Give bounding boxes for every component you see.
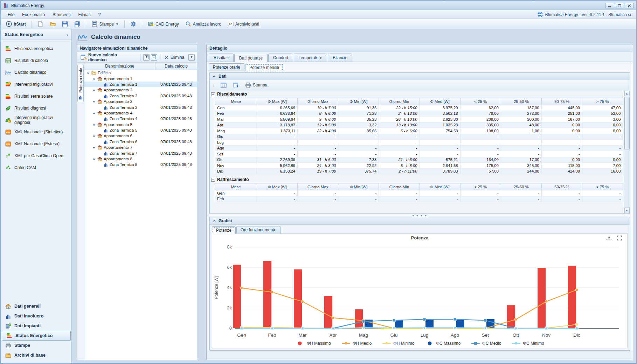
- chart-tab-ore-funzionamento[interactable]: Ore funzionamento: [236, 226, 281, 233]
- expand-all-button[interactable]: [143, 54, 150, 61]
- tree-expander-icon[interactable]: [92, 134, 96, 138]
- legend-item--c-massimo[interactable]: ΦC Massimo: [425, 341, 461, 346]
- table-row[interactable]: Ott2.269,3931 - h 6:007,3321 - h 3:00875…: [215, 157, 623, 163]
- tab-temperature[interactable]: Temperature: [294, 54, 327, 62]
- stampe-button[interactable]: W Stampe ▼: [90, 20, 121, 28]
- column-header[interactable]: Giorno Max: [298, 98, 338, 105]
- cad-energy-button[interactable]: CAD Energy: [146, 20, 181, 28]
- fullscreen-icon[interactable]: [617, 235, 622, 241]
- column-header[interactable]: > 75 %: [582, 98, 623, 105]
- tab-risultati[interactable]: Risultati: [209, 54, 234, 62]
- column-header[interactable]: > 75 %: [582, 183, 623, 190]
- legend-item--h-medio[interactable]: ΦH Medio: [341, 341, 372, 346]
- dati-vertical-scrollbar[interactable]: ▲ ▼: [624, 90, 630, 214]
- table-row[interactable]: Gen6.265,6919 - h 7:0091,3622 - h 15:003…: [215, 105, 623, 111]
- sidebar-item-risultati-serra-solare[interactable]: Risultati serra solare: [1, 90, 71, 102]
- tab-bilancio[interactable]: Bilancio: [328, 54, 352, 62]
- tree-row-appartamento-6[interactable]: Appartamento 6: [84, 133, 197, 139]
- sidebar-collapse-button[interactable]: ‹: [67, 32, 68, 37]
- table-row[interactable]: Gen---------: [215, 190, 623, 196]
- tree-row-zona-termica-5[interactable]: Zona Termica 507/01/2025 09:43: [84, 127, 197, 133]
- tree-row-appartamento-7[interactable]: Appartamento 7: [84, 145, 197, 150]
- sidebar-item-risultati-di-calcolo[interactable]: Risultati di calcolo: [1, 55, 71, 66]
- save-all-button[interactable]: [72, 20, 82, 28]
- column-header[interactable]: < 25 %: [460, 183, 501, 190]
- column-header[interactable]: Φ Min [W]: [338, 98, 379, 105]
- subtab-potenze-mensili[interactable]: Potenze mensili: [245, 64, 283, 71]
- column-header[interactable]: 25-50 %: [501, 183, 541, 190]
- column-header[interactable]: Φ Med [W]: [420, 98, 460, 105]
- table-row[interactable]: Giu---------: [215, 134, 623, 140]
- column-header[interactable]: Φ Min [W]: [338, 183, 379, 190]
- navigator-more-button[interactable]: ▼: [188, 54, 195, 61]
- sidebar-item-xml-nazionale-esteso-[interactable]: XMLXML Nazionale (Esteso): [1, 138, 71, 150]
- collapse-up-icon[interactable]: [213, 220, 216, 222]
- menu-item-filmati[interactable]: Filmati: [75, 11, 94, 18]
- sidebar-item-xml-nazionale-sintetico-[interactable]: XMLXML Nazionale (Sintetico): [1, 126, 71, 138]
- tree-row-edificio[interactable]: Edificio: [84, 70, 197, 76]
- delete-button[interactable]: Elimina: [163, 54, 186, 61]
- maximize-button[interactable]: [615, 3, 624, 8]
- sidebar-item-dati-involucro[interactable]: Dati Involucro: [1, 311, 71, 321]
- tree-row-zona-termica-3[interactable]: Zona Termica 307/01/2025 09:43: [84, 104, 197, 110]
- minimize-button[interactable]: [605, 3, 614, 8]
- tree-row-appartamento-8[interactable]: Appartamento 8: [84, 156, 197, 162]
- sidebar-item-interventi-migliorativi[interactable]: Interventi migliorativi: [1, 78, 71, 90]
- sidebar-item-criteri-cam[interactable]: Criteri CAM: [1, 162, 71, 174]
- scrollbar-thumb[interactable]: [624, 97, 630, 149]
- export-button[interactable]: [231, 82, 240, 89]
- column-header[interactable]: Giorno Min: [379, 183, 420, 190]
- section-collapse-icon[interactable]: −: [211, 178, 215, 182]
- table-row[interactable]: Feb---------: [215, 196, 623, 202]
- table-row[interactable]: Ago---------: [215, 145, 623, 151]
- subtab-potenze-orarie[interactable]: Potenze orarie: [209, 63, 244, 71]
- table-row[interactable]: Dic6.158,2419 - h 7:00375,742 - h 11:003…: [215, 168, 623, 174]
- column-header[interactable]: 25-50 %: [501, 98, 541, 105]
- sidebar-item-efficienza-energetica[interactable]: Efficienza energetica: [1, 43, 71, 55]
- column-header[interactable]: < 25 %: [460, 98, 501, 105]
- sidebar-item-dati-impianti[interactable]: Dati Impianti: [1, 321, 71, 331]
- tab-dati-potenze[interactable]: Dati potenze: [234, 54, 268, 62]
- column-header[interactable]: Φ Med [W]: [420, 183, 460, 190]
- tree-expander-icon[interactable]: [86, 71, 90, 75]
- legend-item--h-minimo[interactable]: ΦH Minimo: [382, 341, 414, 346]
- tree-expander-icon[interactable]: [92, 77, 96, 80]
- table-row[interactable]: Mag1.873,1122 - h 4:0035,666 - h 6:00754…: [215, 128, 623, 134]
- new-file-button[interactable]: [35, 20, 46, 28]
- table-row[interactable]: Feb6.638,648 - h 6:0071,282 - h 13:003.5…: [215, 111, 623, 117]
- section-collapse-icon[interactable]: −: [211, 92, 215, 96]
- tree-row-zona-termica-4[interactable]: Zona Termica 407/01/2025 09:43: [84, 116, 197, 121]
- column-header[interactable]: 50-75 %: [541, 183, 582, 190]
- column-header[interactable]: Φ Max [W]: [257, 183, 298, 190]
- menu-item-?[interactable]: ?: [95, 11, 104, 18]
- tree-row-zona-termica-8[interactable]: Zona Termica 807/01/2025 09:43: [84, 162, 197, 167]
- column-header[interactable]: Φ Max [W]: [257, 98, 298, 105]
- tree-row-appartamento-3[interactable]: Appartamento 3: [84, 99, 197, 104]
- tree-row-appartamento-1[interactable]: Appartamento 1: [84, 76, 197, 81]
- horizontal-splitter[interactable]: ● ● ● ●: [208, 214, 631, 217]
- scroll-down-icon[interactable]: ▼: [624, 208, 630, 213]
- tree-row-zona-termica-7[interactable]: Zona Termica 707/01/2025 09:43: [84, 150, 197, 156]
- sidebar-item-interventi-migliorativi-diagnosi[interactable]: Interventi migliorativi diagnosi: [1, 114, 71, 126]
- collapse-up-icon[interactable]: [213, 75, 216, 78]
- tree-expander-icon[interactable]: [92, 111, 96, 115]
- archivio-button[interactable]: ab Archivio testi: [226, 20, 261, 28]
- table-row[interactable]: Apr3.178,8712 - h 5:003,3213 - h 13:001.…: [215, 122, 623, 128]
- tree-expander-icon[interactable]: [92, 88, 96, 92]
- sidebar-item-risultati-diagnosi[interactable]: Risultati diagnosi: [1, 102, 71, 114]
- tree-expander-icon[interactable]: [92, 146, 96, 149]
- tree-expander-icon[interactable]: [92, 100, 96, 103]
- download-icon[interactable]: [606, 235, 612, 241]
- column-header[interactable]: Giorno Min: [379, 98, 420, 105]
- scroll-up-icon[interactable]: ▲: [624, 91, 630, 96]
- sidebar-item-archivi-di-base[interactable]: Archivi di base: [1, 350, 71, 360]
- menu-item-strumenti[interactable]: Strumenti: [49, 11, 74, 18]
- table-row[interactable]: Mar5.809,649 - h 6:0035,2326 - h 10:002.…: [215, 117, 623, 122]
- close-button[interactable]: [625, 3, 634, 8]
- tree-row-appartamento-4[interactable]: Appartamento 4: [84, 110, 197, 116]
- tree-row-appartamento-2[interactable]: Appartamento 2: [84, 87, 197, 93]
- menu-item-funzionalit[interactable]: Funzionalità: [19, 11, 48, 18]
- sidebar-item-dati-generali[interactable]: Dati generali: [1, 301, 71, 311]
- drag-handle[interactable]: ⋮: [212, 83, 216, 87]
- legend-item--h-massimo[interactable]: ΦH Massimo: [295, 341, 331, 346]
